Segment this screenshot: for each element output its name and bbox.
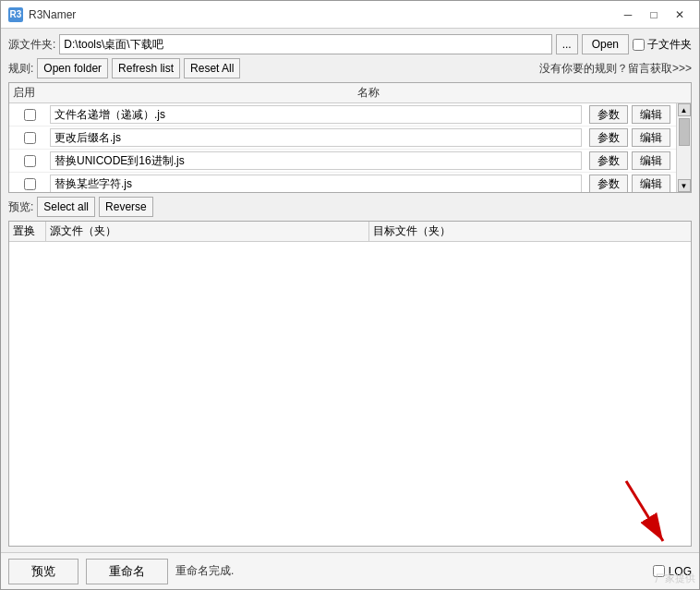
rules-scrollbar[interactable]: ▲ ▼ <box>676 103 691 192</box>
rules-table-header: 启用 名称 <box>9 83 691 103</box>
app-icon: R3 <box>8 7 23 22</box>
subfolder-label: 子文件夹 <box>647 37 692 53</box>
preview-table: 置换 源文件（夹） 目标文件（夹） <box>8 221 692 547</box>
rename-button[interactable]: 重命名 <box>86 559 168 584</box>
rule-1-check <box>13 132 46 144</box>
scrollbar-thumb[interactable] <box>679 118 690 146</box>
preview-button[interactable]: 预览 <box>8 559 78 584</box>
browse-button[interactable]: ... <box>556 34 578 54</box>
open-folder-button[interactable]: Open folder <box>37 58 108 78</box>
window-controls: ─ □ ✕ <box>616 6 692 24</box>
preview-col-source-header: 源文件（夹） <box>46 222 369 241</box>
subfolder-checkbox-row: 子文件夹 <box>633 37 692 53</box>
rule-2-edit-button[interactable]: 编辑 <box>632 151 670 170</box>
rule-1-name: 更改后缀名.js <box>50 128 582 147</box>
preview-body <box>9 242 691 546</box>
rule-row-2: 替换UNICODE到16进制.js 参数 编辑 <box>9 150 691 173</box>
rules-toolbar-row: 规则: Open folder Refresh list Reset All 没… <box>8 58 692 78</box>
rules-label: 规则: <box>8 61 33 77</box>
rule-0-checkbox[interactable] <box>24 109 36 121</box>
rule-0-edit-button[interactable]: 编辑 <box>632 105 670 124</box>
rule-0-param-button[interactable]: 参数 <box>589 105 628 124</box>
rule-3-checkbox[interactable] <box>24 178 36 190</box>
close-button[interactable]: ✕ <box>668 6 692 24</box>
rule-row-0: 文件名递增（递减）.js 参数 编辑 <box>9 103 691 126</box>
rule-row-3: 替换某些字符.js 参数 编辑 <box>9 173 691 193</box>
minimize-button[interactable]: ─ <box>616 6 640 24</box>
preview-table-header: 置换 源文件（夹） 目标文件（夹） <box>9 222 691 242</box>
refresh-list-button[interactable]: Refresh list <box>112 58 180 78</box>
bottom-bar: 预览 重命名 重命名完成. LOG <box>1 552 699 589</box>
main-content: 源文件夹: ... Open 子文件夹 规则: Open folder Refr… <box>1 29 699 552</box>
preview-col-replace-header: 置换 <box>9 222 46 241</box>
rule-1-param-button[interactable]: 参数 <box>589 128 628 147</box>
rule-3-check <box>13 178 46 190</box>
rule-3-name: 替换某些字符.js <box>50 175 582 193</box>
subfolder-checkbox[interactable] <box>633 39 645 51</box>
rule-row-1: 更改后缀名.js 参数 编辑 <box>9 126 691 150</box>
maximize-button[interactable]: □ <box>642 6 666 24</box>
rules-table: 启用 名称 文件名递增（递减）.js 参数 编辑 <box>8 82 692 193</box>
rule-3-edit-button[interactable]: 编辑 <box>632 175 670 193</box>
open-button[interactable]: Open <box>582 34 629 54</box>
preview-col-target-header: 目标文件（夹） <box>369 222 692 241</box>
log-checkbox[interactable] <box>653 565 665 577</box>
status-text: 重命名完成. <box>175 563 646 579</box>
scrollbar-up-button[interactable]: ▲ <box>678 103 691 116</box>
source-label: 源文件夹: <box>8 37 55 53</box>
rule-0-check <box>13 109 46 121</box>
source-path-input[interactable] <box>59 34 551 54</box>
source-folder-row: 源文件夹: ... Open 子文件夹 <box>8 34 692 54</box>
log-area: LOG <box>653 565 692 578</box>
col-name-header: 名称 <box>50 85 687 101</box>
no-rules-text: 没有你要的规则？留言获取>>> <box>539 61 692 77</box>
select-all-button[interactable]: Select all <box>37 197 95 217</box>
rule-2-checkbox[interactable] <box>24 155 36 167</box>
app-title: R3Namer <box>29 8 616 21</box>
preview-label: 预览: <box>8 199 33 215</box>
rule-1-checkbox[interactable] <box>24 132 36 144</box>
scrollbar-down-button[interactable]: ▼ <box>678 179 691 192</box>
rule-2-param-button[interactable]: 参数 <box>589 151 628 170</box>
rule-0-name: 文件名递增（递减）.js <box>50 105 582 124</box>
reverse-button[interactable]: Reverse <box>99 197 153 217</box>
rule-2-name: 替换UNICODE到16进制.js <box>50 151 582 170</box>
rule-2-check <box>13 155 46 167</box>
col-enabled-header: 启用 <box>13 85 50 101</box>
rule-1-edit-button[interactable]: 编辑 <box>632 128 670 147</box>
reset-all-button[interactable]: Reset All <box>184 58 240 78</box>
titlebar: R3 R3Namer ─ □ ✕ <box>1 1 699 29</box>
preview-toolbar-row: 预览: Select all Reverse <box>8 197 692 217</box>
log-label: LOG <box>669 565 692 578</box>
rule-3-param-button[interactable]: 参数 <box>589 175 628 193</box>
